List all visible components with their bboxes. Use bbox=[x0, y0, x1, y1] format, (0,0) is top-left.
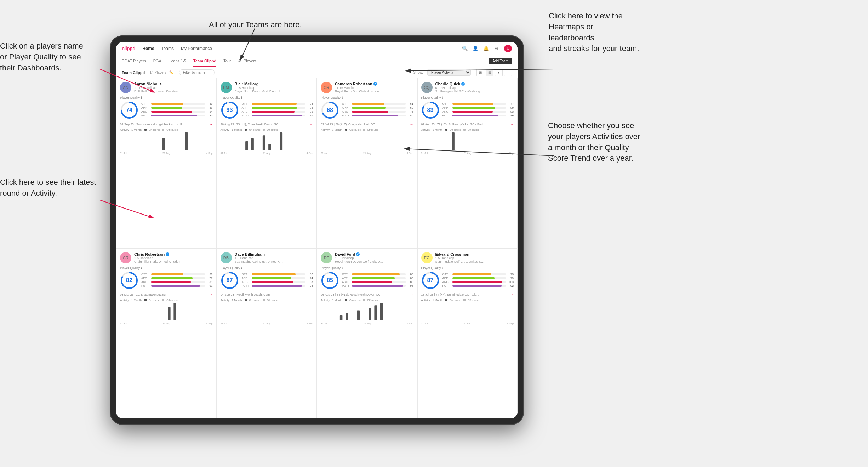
recent-activity[interactable]: 26 Aug 23 | 73 (+1), Royal North Devon G… bbox=[221, 122, 313, 126]
player-name[interactable]: Cameron Robertson ✓ bbox=[335, 82, 413, 86]
svg-rect-12 bbox=[280, 132, 282, 150]
quality-label: Player Quality ℹ bbox=[120, 96, 213, 99]
player-info: Dave Billingham 1-5 Handicap Sag Maging … bbox=[235, 252, 313, 263]
nav-home[interactable]: Home bbox=[142, 46, 154, 51]
activity-chart bbox=[321, 303, 413, 320]
sort-button[interactable]: ↕ bbox=[504, 69, 512, 76]
edit-icon[interactable]: ✏️ bbox=[169, 70, 173, 74]
recent-activity[interactable]: 02 Sep 23 | Sunrise round to get back in… bbox=[120, 122, 213, 126]
activity-chart bbox=[421, 303, 514, 320]
player-club: Sunningdale Golf Club, United Kingdom bbox=[435, 260, 485, 263]
player-card: EC Edward Crossman 1-5 Handicap Sunningd… bbox=[417, 248, 518, 418]
notifications-icon[interactable]: 🔔 bbox=[483, 45, 489, 52]
stat-row-app: APP 80 bbox=[442, 106, 514, 109]
stat-row-arg: ARG 103 bbox=[442, 280, 514, 284]
stat-row-ott: OTT 60 bbox=[141, 102, 213, 106]
mini-chart-section: Activity · 1 Month On course Off course … bbox=[421, 128, 514, 154]
player-avatar: AN bbox=[120, 82, 131, 93]
grid-small-button[interactable]: ⊟ bbox=[486, 69, 493, 76]
recent-activity[interactable]: 26 Aug 23 | 84 (+12), Royal North Devon … bbox=[321, 292, 413, 296]
player-name[interactable]: Charlie Quick ✓ bbox=[435, 82, 514, 86]
player-name[interactable]: Aaron Nicholls bbox=[134, 82, 213, 86]
recent-activity[interactable]: 03 Mar 23 | 19, Must make putting → bbox=[120, 292, 213, 296]
stats-bars: OTT 60 APP 58 ARG 84 PU bbox=[141, 102, 213, 118]
quality-circle[interactable]: 83 bbox=[421, 101, 440, 119]
quality-label: Player Quality ℹ bbox=[120, 266, 213, 270]
chart-header: Activity · 1 Month On course Off course bbox=[120, 128, 213, 131]
player-handicap: 11-15 Handicap bbox=[134, 86, 213, 90]
player-name[interactable]: Dave Billingham bbox=[235, 252, 313, 256]
quality-section: 83 OTT 77 APP 80 ARG bbox=[421, 101, 514, 119]
filter-button[interactable]: ▼ bbox=[495, 69, 503, 76]
quality-circle[interactable]: 87 bbox=[421, 271, 440, 290]
tab-pga[interactable]: PGA bbox=[153, 55, 161, 67]
profile-icon[interactable]: 👤 bbox=[472, 45, 479, 52]
player-card: CR Chris Robertson ✓ 1-5 Handicap Craigm… bbox=[116, 248, 217, 418]
mini-chart-section: Activity · 1 Month On course Off course … bbox=[120, 298, 213, 325]
annotation-heatmaps: Click here to view the Heatmaps or leade… bbox=[549, 11, 641, 54]
recent-activity[interactable]: 07 Aug 23 | 77 (+7), St George's Hill GC… bbox=[421, 122, 514, 126]
nav-teams[interactable]: Teams bbox=[161, 46, 174, 51]
recent-activity[interactable]: 18 Jul 23 | 74 (+4), Sunningdale GC - Ol… bbox=[421, 292, 514, 296]
tab-hcaps[interactable]: Hcaps 1-5 bbox=[169, 55, 186, 67]
player-name[interactable]: Chris Robertson ✓ bbox=[134, 252, 213, 256]
stats-bars: OTT 60 APP 77 ARG 81 PU bbox=[141, 273, 213, 288]
tab-team-clippd[interactable]: Team Clippd bbox=[193, 55, 216, 67]
nav-icons: 🔍 👤 🔔 ⊕ U bbox=[462, 45, 512, 52]
stat-row-arg: ARG 88 bbox=[242, 110, 313, 113]
svg-rect-33 bbox=[357, 310, 360, 320]
player-card: BM Blair McHarg Plus Handicap Royal Nort… bbox=[217, 78, 317, 248]
search-icon[interactable]: 🔍 bbox=[462, 45, 468, 52]
quality-section: 93 OTT 84 APP 85 ARG bbox=[221, 101, 313, 119]
chart-legend: On course Off course bbox=[245, 129, 278, 131]
search-input[interactable] bbox=[179, 69, 215, 75]
quality-circle[interactable]: 85 bbox=[321, 271, 339, 290]
player-club: Royal North Devon Golf Club, United Kin.… bbox=[235, 90, 284, 93]
svg-rect-34 bbox=[369, 308, 371, 320]
quality-circle[interactable]: 93 bbox=[221, 101, 239, 119]
show-select[interactable]: Player Activity Quality Score Trend bbox=[427, 69, 471, 76]
svg-rect-35 bbox=[374, 305, 377, 320]
quality-circle[interactable]: 87 bbox=[221, 271, 239, 290]
player-name[interactable]: Blair McHarg bbox=[235, 82, 313, 86]
quality-circle[interactable]: 74 bbox=[120, 101, 138, 119]
user-avatar[interactable]: U bbox=[504, 45, 512, 52]
svg-rect-8 bbox=[245, 141, 248, 150]
tab-pgat-players[interactable]: PGAT Players bbox=[122, 55, 146, 67]
stat-row-arg: ARG 85 bbox=[242, 280, 313, 284]
recent-activity[interactable]: 02 Jul 23 | 59 (+17), Craigmillar Park G… bbox=[321, 122, 413, 126]
svg-rect-32 bbox=[346, 313, 348, 320]
svg-rect-24 bbox=[173, 303, 176, 320]
add-team-button[interactable]: Add Team bbox=[489, 58, 512, 64]
player-club: Royal North Devon Golf Club, United Kil.… bbox=[335, 260, 384, 263]
player-club: Craigmillar Park, United Kingdom bbox=[134, 260, 184, 263]
tab-tour[interactable]: Tour bbox=[223, 55, 231, 67]
quality-section: 82 OTT 60 APP 77 ARG bbox=[120, 271, 213, 290]
quality-circle[interactable]: 68 bbox=[321, 101, 339, 119]
nav-my-performance[interactable]: My Performance bbox=[181, 46, 212, 51]
chart-x-labels: 31 Jul21 Aug4 Sep bbox=[421, 322, 514, 325]
chart-x-labels: 31 Jul21 Aug4 Sep bbox=[120, 152, 213, 154]
grid-view-button[interactable]: ⊞ bbox=[476, 69, 484, 76]
stat-row-app: APP 74 bbox=[242, 277, 313, 280]
logo: clippd bbox=[122, 46, 135, 51]
quality-label: Player Quality ℹ bbox=[321, 266, 413, 270]
settings-icon[interactable]: ⊕ bbox=[493, 45, 500, 52]
player-name[interactable]: David Ford ✓ bbox=[335, 252, 413, 256]
chart-header: Activity · 1 Month On course Off course bbox=[221, 128, 313, 131]
player-avatar: CR bbox=[321, 82, 332, 93]
svg-rect-10 bbox=[262, 135, 265, 150]
player-card: CR Cameron Robertson ✓ 11-15 Handicap Ro… bbox=[317, 78, 417, 248]
annotation-teams: All of your Teams are here. bbox=[209, 19, 302, 30]
chart-x-labels: 31 Jul21 Aug4 Sep bbox=[421, 152, 514, 154]
recent-activity[interactable]: 04 Sep 23 | Mobility with coach, Gym → bbox=[221, 292, 313, 296]
tab-all-players[interactable]: All Players bbox=[238, 55, 257, 67]
quality-label: Player Quality ℹ bbox=[221, 266, 313, 270]
quality-circle[interactable]: 82 bbox=[120, 271, 138, 290]
stat-row-putt: PUTT 94 bbox=[242, 284, 313, 287]
chart-legend: On course Off course bbox=[445, 129, 479, 131]
quality-label: Player Quality ℹ bbox=[221, 96, 313, 99]
activity-chart bbox=[120, 132, 213, 150]
player-name[interactable]: Edward Crossman bbox=[435, 252, 514, 256]
chart-header: Activity · 1 Month On course Off course bbox=[120, 298, 213, 302]
